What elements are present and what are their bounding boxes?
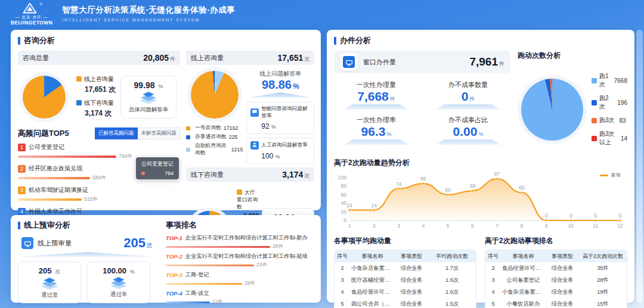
table-cell: 综合业务 [395, 274, 428, 286]
rank-tag: TOP-2 [166, 253, 182, 260]
legend-label: 跑2次 [599, 94, 612, 111]
faq-tabs: 已解答高频问题 未解答高频问题 [95, 127, 180, 139]
table-cell: 3 [485, 274, 501, 286]
column-header: 事项类型 [395, 250, 428, 262]
smart-qa-rate-card: 智能问答咨询问题解答率 92 % [246, 102, 314, 134]
logo-chinese-text: — 北京·亦庄 — [16, 15, 48, 20]
item-name: 工商-登记 [185, 271, 209, 279]
table-row[interactable]: 5因公司合并（分...综合业务1.5次 [335, 298, 476, 308]
table-row[interactable]: 2食品经营许可新办综合业务35件 [485, 262, 627, 274]
table-cell: 35件 [579, 262, 627, 274]
monitor-icon [343, 56, 355, 68]
svg-text:86: 86 [420, 176, 426, 182]
item-ranking-section: 事项排名 TOP-1企业实行不定时工作制和综合计算工时工作制-新办26件TOP-… [156, 220, 314, 298]
table-cell: 综合业务 [395, 262, 428, 274]
legend-value: 17162 [224, 125, 238, 131]
legend-swatch [592, 100, 597, 105]
item-value: 515件 [84, 196, 98, 203]
layered-diamond-icon [108, 277, 129, 290]
avg-run-table: 序号事项名称事项类型平均跑动次数2小食杂店备案新办综合业务1.7次3医疗器械经营… [334, 250, 476, 308]
robot-qa-icon [250, 108, 259, 117]
legend-item[interactable]: 亦事通咨询数225 [186, 133, 243, 141]
pass-volume-value: 205 [39, 266, 52, 275]
online-consult-header: 线上咨询量 17,651次 [186, 51, 314, 65]
svg-text:8: 8 [521, 223, 524, 229]
legend-item[interactable]: 跑1次7668 [592, 72, 627, 89]
manual-rate-label: 人工咨询问题解答率 [261, 142, 307, 149]
rank-tag: TOP-1 [166, 235, 182, 241]
svg-text:40: 40 [341, 200, 347, 206]
item-name: 企业实行不定时工作制和综合计算工时工作制-新办 [185, 234, 308, 242]
legend-swatch [592, 78, 597, 83]
legend-value: 225 [229, 134, 238, 140]
table-cell: 综合业务 [546, 298, 579, 308]
legend-label: 跑1次 [599, 72, 609, 89]
svg-text:9: 9 [545, 223, 548, 229]
overall-rate-label: 总体问题解答率 [123, 106, 174, 114]
trend-chart-title: 高于2次跑动量趋势分析 [334, 158, 627, 168]
triangle-pedestal [247, 92, 313, 98]
manual-consult-rate-card: 人工咨询问题解答率 100 % [246, 138, 314, 164]
svg-text:5: 5 [447, 223, 450, 229]
item-bar [166, 301, 210, 303]
preaudit-ranking-card: 线上预审分析 线上预审量 205次 205 次 通过量 100.00 % 通过率 [11, 215, 321, 303]
window-volume-card: 窗口办件量 7,961件 [334, 51, 510, 73]
legend-item[interactable]: 跑3次83 [592, 116, 627, 125]
table-row[interactable]: 4食品经营许可延续综合业务1.6次 [335, 286, 476, 298]
chart-tooltip: 公司变更登记794 [136, 157, 179, 179]
legend-item[interactable]: 跑3次以上14 [592, 130, 627, 147]
legend-value: 3,174 次 [85, 108, 116, 119]
table-row[interactable]: 5小餐饮店新办综合业务15件 [485, 298, 627, 308]
table-cell: 19件 [579, 286, 627, 298]
section-title-cases: 办件分析 [334, 35, 627, 46]
rank-badge: 4 [18, 208, 26, 216]
preaudit-volume-label: 线上预审量 [38, 239, 119, 248]
table-cell: 小餐饮店新办 [501, 298, 546, 308]
svg-text:12: 12 [617, 223, 623, 229]
item-name: 经开区惠企政策兑现 [29, 164, 82, 173]
legend-value: 1215 [231, 147, 243, 153]
item-bar [166, 283, 242, 285]
legend-swatch [76, 100, 82, 105]
table-row[interactable]: 3医疗器械经营许...综合业务1.6次 [335, 274, 476, 286]
table-cell: 综合业务 [546, 262, 579, 274]
run-count-pie [521, 79, 583, 141]
window-volume-label: 窗口办件量 [363, 58, 464, 67]
legend-item[interactable]: 自助机查询咨询数1215 [186, 142, 243, 157]
trend-line-chart: 0204060801001234567891011122424748660699… [334, 169, 627, 229]
smart-qa-rate-value: 92 [261, 122, 269, 130]
table-cell: 28件 [579, 274, 627, 286]
item-value: 22件 [256, 262, 267, 269]
tab-answered-faq[interactable]: 已解答高频问题 [95, 127, 138, 139]
smart-qa-rate-label: 智能问答咨询问题解答率 [261, 105, 310, 120]
legend-swatch [76, 76, 82, 82]
run-count-legend: 跑1次7668跑2次196跑3次83跑3次以上14 [592, 67, 627, 152]
scrollbar[interactable] [636, 30, 643, 303]
table-row[interactable]: 4小食杂店备案新办综合业务19件 [485, 286, 627, 298]
item-bar [18, 177, 90, 179]
column-header: 事项类型 [546, 250, 579, 262]
legend-item[interactable]: 线上咨询量17,651 次 [76, 75, 116, 95]
layered-diamond-icon [138, 92, 159, 104]
svg-text:7: 7 [496, 223, 499, 229]
pedestal-shape [343, 104, 409, 110]
legend-item[interactable]: 跑2次196 [592, 94, 627, 111]
stat-failed-ratio: 办不成事占比 0.00% [426, 116, 510, 145]
ranking-item: TOP-3工商-登记19件 [166, 271, 314, 287]
over2-run-table-section: 高于2次跑动事项排名 序号事项名称事项类型高于2次跑动次数2食品经营许可新办综合… [485, 236, 627, 308]
table-cell: 医疗器械经营许... [350, 274, 395, 286]
svg-text:0: 0 [619, 213, 622, 219]
tab-unanswered-faq[interactable]: 未解答高频问题 [138, 127, 181, 139]
svg-text:2: 2 [373, 223, 376, 229]
offline-consult-value: 3,174 [282, 170, 303, 179]
stat-one-time-rate: 一次性办理率 96.3% [334, 116, 419, 145]
table-row[interactable]: 2小食杂店备案新办综合业务1.7次 [335, 262, 476, 274]
item-value: 584件 [92, 175, 106, 182]
trend-legend[interactable]: 本年 [600, 172, 621, 179]
legend-item[interactable]: 线下咨询量3,174 次 [76, 99, 116, 119]
title-bar-decoration [18, 37, 20, 45]
preaudit-title-text: 线上预审分析 [24, 220, 70, 231]
legend-item[interactable]: 一号咨询数17162 [186, 125, 243, 132]
item-name: 企业实行不定时工作制和综合计算工时工作制-延续 [185, 253, 308, 260]
table-row[interactable]: 3公司备案登记综合业务28件 [485, 274, 627, 286]
